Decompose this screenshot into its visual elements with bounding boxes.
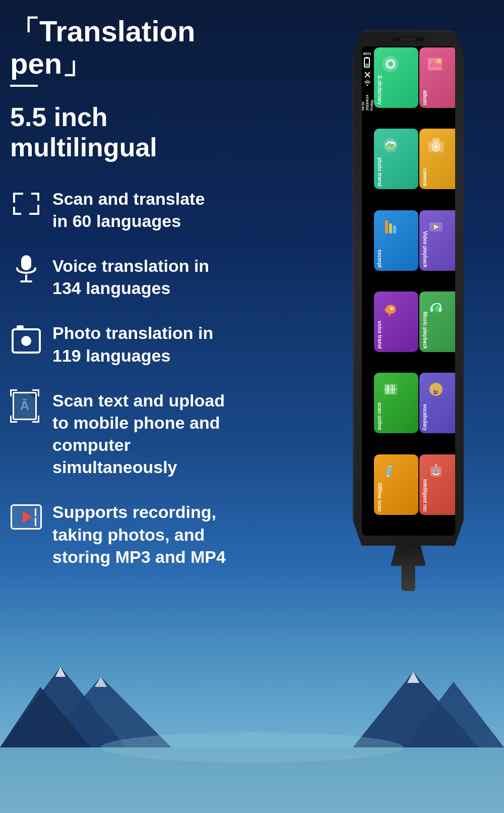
photo-translate-text: Photo translation in 119 languages (52, 322, 213, 366)
svg-rect-42 (439, 308, 442, 312)
svg-point-54 (436, 469, 439, 472)
voicetransl-label: voice transl (377, 321, 383, 349)
page-wrapper: 「Translation pen」 5.5 inch multilingual … (0, 0, 504, 813)
svg-rect-29 (432, 138, 439, 142)
feature-scan-upload: Ā Scan text and upload to mobile phone a… (10, 389, 252, 479)
voicetransl-icon (378, 296, 403, 321)
mic-icon-wrap (14, 254, 38, 287)
screen-sidebar: 80% (362, 46, 373, 536)
edictionary-icon (378, 51, 403, 77)
app-grid: E-dictionary (373, 46, 455, 536)
scanonline-label: scan online (377, 402, 383, 430)
voice-translate-text: Voice translation in 134 languages (52, 255, 209, 299)
svg-rect-33 (389, 223, 392, 234)
svg-rect-34 (393, 225, 396, 234)
device-top-sensor (393, 37, 423, 41)
svg-rect-32 (385, 220, 388, 234)
svg-point-24 (437, 59, 441, 63)
video-icon-box (11, 504, 42, 530)
subtitle: 5.5 inch multilingual (10, 102, 252, 162)
phototransl-label: photo transl (377, 157, 383, 187)
video-line (35, 508, 36, 516)
svg-point-53 (432, 469, 435, 472)
camera-app-icon (423, 133, 449, 158)
video-lines (35, 508, 36, 526)
album-label: album (422, 90, 428, 105)
camera-notch (17, 325, 24, 330)
document-icon: Ā (10, 389, 42, 422)
svg-text:a: a (431, 390, 440, 395)
bracket-tr (31, 193, 39, 201)
excerpt-icon (378, 214, 403, 240)
wifi-icon (364, 80, 371, 86)
svg-point-18 (366, 85, 368, 86)
svg-point-21 (388, 62, 393, 67)
vocabulary-icon: a (423, 377, 449, 402)
mic-icon (10, 255, 42, 287)
app-tile-vocabulary[interactable]: a vocabulary (419, 373, 455, 433)
scan-upload-text: Scan text and upload to mobile phone and… (52, 389, 252, 479)
intelligentrec-label: intelligent rec (422, 479, 428, 512)
excerpt-label: excerpt (377, 250, 383, 268)
screen-datetime: 08:52 2023/4/14 Friday (362, 95, 374, 110)
svg-rect-13 (21, 255, 31, 270)
page-title: 「Translation pen」 (10, 15, 252, 80)
videoplayback-icon (423, 214, 449, 240)
feature-recording: Supports recording, taking photos, and s… (10, 501, 252, 568)
feature-voice-translate: Voice translation in 134 languages (10, 255, 252, 299)
play-triangle (23, 511, 32, 523)
album-icon (423, 51, 449, 77)
app-tile-excerpt[interactable]: excerpt (374, 210, 418, 271)
device-taper (391, 546, 426, 566)
vocabulary-label: vocabulary (422, 404, 428, 431)
right-panel: 80% (328, 30, 489, 591)
no-signal-icon (364, 72, 370, 78)
svg-rect-41 (430, 308, 433, 312)
bracket-icon (13, 193, 39, 215)
device-tip (401, 566, 415, 591)
title-underline (10, 85, 38, 87)
svg-rect-55 (435, 464, 437, 467)
app-tile-voicetransl[interactable]: voice transl (374, 292, 418, 352)
offlinescan-icon (378, 458, 403, 484)
battery-pct: 80% (363, 51, 371, 56)
app-tile-camera[interactable]: camera (419, 129, 455, 189)
app-tile-intelligentrec[interactable]: intelligent rec (419, 454, 455, 515)
app-tile-musicplayback[interactable]: Music playback (419, 292, 455, 352)
device-body: 80% (353, 30, 464, 546)
app-tile-videoplayback[interactable]: Video playback (419, 210, 455, 271)
side-button[interactable] (464, 211, 468, 234)
video-line (35, 518, 36, 526)
phototransl-icon (378, 133, 403, 158)
video-icon (10, 501, 42, 533)
device-screen: 80% (362, 46, 455, 536)
app-tile-album[interactable]: album (419, 47, 455, 108)
doc-icon: Ā (13, 392, 40, 421)
camera-box (12, 328, 41, 354)
offlinescan-label: Offline scan (377, 483, 383, 511)
edictionary-label: E-dictionary (377, 76, 383, 105)
feature-scan-translate: Scan and translate in 60 languages (10, 188, 252, 232)
svg-point-37 (390, 307, 393, 310)
left-panel: 「Translation pen」 5.5 inch multilingual … (10, 15, 252, 591)
musicplayback-icon (423, 296, 449, 321)
svg-point-12 (101, 732, 403, 763)
device-connector-area (353, 546, 464, 591)
app-tile-offlinescan[interactable]: Offline scan (374, 454, 418, 515)
camera-icon (10, 322, 42, 354)
feature-photo-translate: Photo translation in 119 languages (10, 322, 252, 366)
app-tile-scanonline[interactable]: scan online (374, 373, 418, 433)
scan-icon (10, 188, 42, 220)
bracket-bl (13, 207, 21, 215)
translation-pen-device: 80% (353, 30, 464, 591)
svg-point-31 (434, 145, 438, 149)
landscape-decoration (0, 636, 504, 813)
camera-label: camera (422, 168, 428, 186)
app-tile-phototransl[interactable]: photo transl (374, 129, 418, 189)
intelligentrec-icon (423, 458, 449, 484)
scanonline-icon (378, 377, 403, 402)
app-tile-edictionary[interactable]: E-dictionary (374, 47, 418, 108)
screen-inner: 80% (362, 46, 455, 536)
recording-text: Supports recording, taking photos, and s… (52, 501, 226, 568)
scan-translate-text: Scan and translate in 60 languages (52, 188, 205, 232)
